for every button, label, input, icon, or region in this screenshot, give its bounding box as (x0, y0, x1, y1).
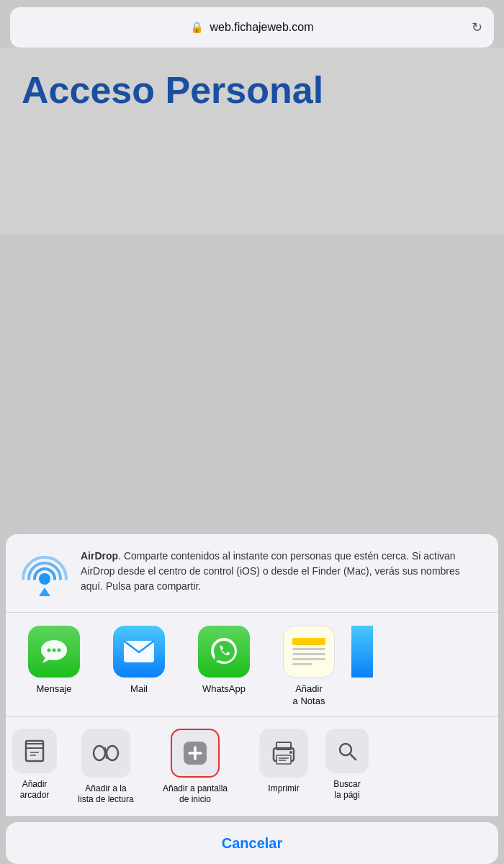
app-icon-mensaje (28, 626, 80, 678)
airdrop-icon (20, 549, 69, 598)
action-item-buscar[interactable]: Buscarla pági (325, 729, 369, 801)
app-icons-row: Mensaje Mail (12, 626, 492, 708)
action-icon-buscar (325, 729, 369, 773)
svg-line-23 (350, 754, 356, 760)
app-label-mensaje: Mensaje (36, 683, 71, 696)
lock-icon: 🔒 (190, 21, 204, 34)
svg-point-6 (58, 649, 61, 652)
action-item-inicio[interactable]: Añadir a pantallade inicio (148, 729, 242, 806)
url-text: web.fichajeweb.com (210, 21, 313, 34)
browser-bar: 🔒 web.fichajeweb.com ↻ (10, 7, 494, 48)
action-item-marcador[interactable]: Añadirarcador (6, 729, 63, 801)
app-label-notas: Añadira Notas (293, 683, 325, 708)
actions-row: Añadirarcador Añadir a lalista de lectur… (6, 729, 498, 806)
action-label-inicio: Añadir a pantallade inicio (163, 783, 228, 806)
app-label-mail: Mail (130, 683, 148, 696)
app-item-mail[interactable]: Mail (96, 626, 181, 696)
airdrop-section: AirDrop. Comparte contenidos al instante… (6, 534, 498, 613)
svg-point-0 (39, 573, 50, 585)
action-label-lectura: Añadir a lalista de lectura (78, 783, 133, 806)
app-icons-section: Mensaje Mail (6, 613, 498, 717)
svg-point-19 (289, 751, 292, 754)
action-label-imprimir: Imprimir (268, 783, 299, 795)
airdrop-desc-text: . Comparte contenidos al instante con pe… (81, 550, 460, 592)
cancel-button[interactable]: Cancelar (6, 822, 498, 864)
svg-marker-1 (39, 588, 50, 596)
action-label-marcador: Añadirarcador (20, 779, 50, 801)
action-item-lectura[interactable]: Añadir a lalista de lectura (63, 729, 148, 806)
svg-point-10 (94, 746, 105, 760)
reload-icon[interactable]: ↻ (472, 19, 482, 35)
action-icon-imprimir (259, 729, 308, 778)
action-icon-lectura (81, 729, 130, 778)
airdrop-title: AirDrop (81, 550, 118, 562)
app-label-whatsapp: WhatsApp (202, 683, 246, 696)
action-item-imprimir[interactable]: Imprimir (242, 729, 325, 795)
page-background: Acceso Personal (0, 48, 504, 235)
svg-rect-17 (276, 755, 291, 764)
share-sheet: AirDrop. Comparte contenidos al instante… (0, 534, 504, 864)
app-item-partial (351, 626, 373, 678)
action-icon-marcador (12, 729, 57, 773)
svg-line-12 (105, 747, 107, 759)
page-title: Acceso Personal (22, 69, 323, 112)
actions-section: Añadirarcador Añadir a lalista de lectur… (6, 717, 498, 816)
action-label-buscar: Buscarla pági (333, 779, 360, 801)
app-item-mensaje[interactable]: Mensaje (12, 626, 96, 696)
airdrop-description: AirDrop. Comparte contenidos al instante… (81, 549, 484, 594)
cancel-label: Cancelar (222, 835, 283, 852)
svg-point-4 (48, 649, 51, 652)
svg-point-11 (107, 746, 118, 760)
app-item-notas[interactable]: Añadira Notas (266, 626, 351, 708)
app-item-whatsapp[interactable]: WhatsApp (181, 626, 266, 696)
app-icon-partial (351, 626, 373, 678)
app-icon-whatsapp (198, 626, 250, 678)
svg-point-5 (53, 649, 56, 652)
action-icon-inicio (171, 729, 220, 778)
app-icon-notas (283, 626, 335, 678)
app-icon-mail (113, 626, 165, 678)
